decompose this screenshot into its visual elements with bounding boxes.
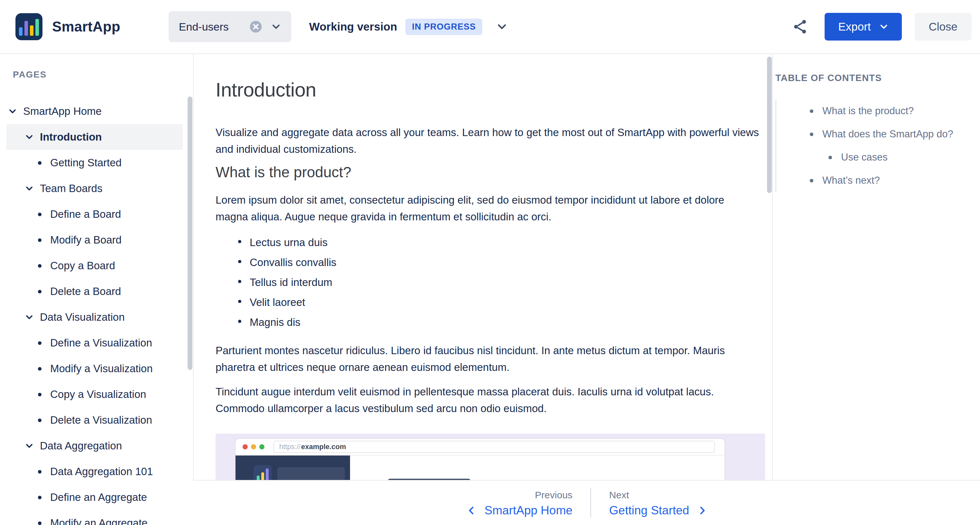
tree-marker [35,161,45,165]
tree-marker [24,441,34,450]
article-pane: Introduction Visualize and aggregate dat… [194,54,772,525]
page-title: Introduction [216,78,764,101]
sidebar-item-delete-a-board[interactable]: Delete a Board [6,278,183,304]
url-prefix: https:// [279,443,301,451]
bullet-icon [38,470,41,474]
sidebar-item-label: Define an Aggregate [50,491,147,503]
content-bullet-list: Lectus urna duis Convallis convallis Tel… [238,234,764,331]
sidebar-item-getting-started[interactable]: Getting Started [6,150,183,176]
app-logo [16,13,43,40]
sidebar-item-modify-a-board[interactable]: Modify a Board [6,227,183,253]
version-selector[interactable]: Working version IN PROGRESS [309,19,508,35]
sidebar-item-label: Delete a Visualization [50,414,152,426]
traffic-light-yellow-icon [251,444,256,449]
sidebar-scrollbar[interactable] [188,97,192,370]
sidebar-item-label: Define a Visualization [50,337,152,349]
sidebar-item-label: Data Aggregation 101 [50,466,153,478]
bullet-icon [238,240,241,243]
next-column: Next Getting Started [609,488,707,517]
pages-sidebar: PAGES SmartApp Home Introduction [0,54,194,525]
bullet-icon [38,213,41,216]
logo-bar-green-icon [35,19,39,36]
toc-list: What is the product? What does the Smart… [775,99,977,192]
bullet-icon [38,367,41,371]
list-item-text: Lectus urna duis [250,234,328,251]
sidebar-item-label: Define a Board [50,208,121,220]
share-button[interactable] [791,18,809,36]
logo-bar-blue-icon [19,27,22,36]
toc-item-use-cases[interactable]: Use cases [776,146,977,169]
sidebar-item-label: Team Boards [40,182,102,195]
sidebar-item-define-a-visualization[interactable]: Define a Visualization [6,330,183,356]
tree-marker [35,264,45,268]
next-label: Next [609,490,707,501]
traffic-light-red-icon [243,444,248,449]
tree-marker [35,367,45,371]
previous-page-title: SmartApp Home [485,504,573,517]
tree-marker [35,418,45,422]
page-tree: SmartApp Home Introduction Getting Start… [0,99,194,525]
sidebar-item-data-aggregation[interactable]: Data Aggregation [6,433,183,459]
previous-column: Previous SmartApp Home [466,488,573,517]
toc-item-what-is-the-product[interactable]: What is the product? [776,99,977,123]
sidebar-item-modify-an-aggregate[interactable]: Modify an Aggregate [6,510,183,525]
sidebar-item-team-boards[interactable]: Team Boards [6,176,183,201]
sidebar-divider [193,54,194,480]
sidebar-item-data-visualization[interactable]: Data Visualization [6,304,183,330]
toc-item-what-does-the-smartapp-do[interactable]: What does the SmartApp do? [776,123,977,146]
chevron-down-icon [879,22,888,31]
sidebar-item-label: Getting Started [50,157,122,169]
previous-page-link[interactable]: SmartApp Home [466,504,573,517]
sidebar-item-label: Data Visualization [40,311,125,323]
next-page-title: Getting Started [609,504,689,517]
sidebar-item-label: SmartApp Home [23,105,102,118]
bullet-icon [38,239,41,242]
sidebar-item-copy-a-board[interactable]: Copy a Board [6,253,183,278]
chevron-down-icon [25,313,34,322]
previous-label: Previous [535,490,573,501]
sidebar-item-define-an-aggregate[interactable]: Define an Aggregate [6,484,183,510]
sidebar-item-data-aggregation-101[interactable]: Data Aggregation 101 [6,459,183,484]
logo-bar-purple-icon [24,21,28,36]
sidebar-item-delete-a-visualization[interactable]: Delete a Visualization [6,407,183,433]
close-button[interactable]: Close [915,13,972,41]
sidebar-item-modify-a-visualization[interactable]: Modify a Visualization [6,356,183,382]
audience-selector[interactable]: End-users [169,11,291,42]
toc-item-what-s-next[interactable]: What’s next? [776,169,977,192]
toc-item-label: What does the SmartApp do? [822,128,953,140]
logo-bar-purple-icon [266,468,269,481]
pagination-footer: Previous SmartApp Home Next Getting Star… [194,480,980,525]
sidebar-item-label: Introduction [40,131,102,143]
sidebar-item-label: Copy a Visualization [50,388,146,401]
app-header: SmartApp End-users Working version IN PR… [0,0,980,54]
bullet-icon [810,179,813,182]
next-page-link[interactable]: Getting Started [609,504,707,517]
status-badge: IN PROGRESS [406,19,482,35]
chevron-down-icon [271,22,281,32]
list-item: Magnis dis [238,314,764,331]
bullet-icon [238,260,241,263]
bullet-icon [238,320,241,323]
bullet-icon [238,300,241,303]
sidebar-item-smartapp-home[interactable]: SmartApp Home [6,99,183,124]
bullet-icon [38,496,41,499]
share-icon [792,18,808,35]
chevron-down-icon [496,21,508,32]
app-title: SmartApp [52,19,120,35]
footer-divider [590,488,591,518]
bullet-icon [810,110,813,113]
main-scrollbar[interactable] [767,57,772,193]
bullet-icon [238,280,241,283]
sidebar-item-label: Copy a Board [50,259,115,272]
clear-icon[interactable] [249,20,262,33]
sidebar-item-label: Modify a Board [50,234,122,246]
sidebar-item-introduction[interactable]: Introduction [6,124,183,150]
audience-selector-value: End-users [179,21,229,33]
bullet-icon [810,132,813,136]
export-button[interactable]: Export [825,13,902,41]
sidebar-item-copy-a-visualization[interactable]: Copy a Visualization [6,382,183,407]
sidebar-item-define-a-board[interactable]: Define a Board [6,201,183,227]
sidebar-item-label: Modify a Visualization [50,363,153,375]
list-item-text: Tellus id interdum [250,274,332,291]
bullet-icon [38,161,41,165]
